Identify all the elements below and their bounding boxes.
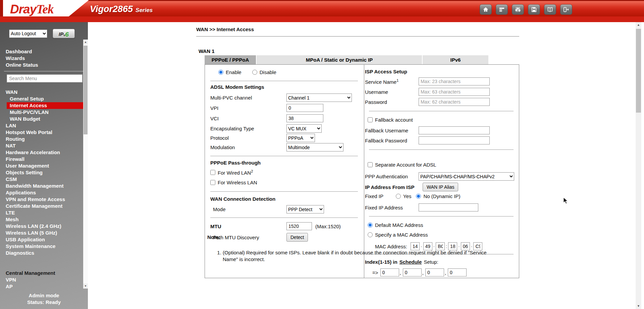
protocol-select[interactable]: PPPoA: [286, 134, 315, 142]
sidebar-menu-item[interactable]: AP: [0, 283, 88, 290]
ipv6-button[interactable]: IPv6: [53, 29, 75, 38]
sidebar-menu-item[interactable]: Firewall: [0, 156, 88, 163]
sidebar-menu-item[interactable]: Internet Access: [7, 102, 83, 109]
sidebar-menu-item[interactable]: Hardware Acceleration: [0, 149, 88, 156]
multi-pvc-select[interactable]: Channel 1: [286, 94, 352, 102]
schedule-index-2-input[interactable]: [403, 268, 422, 276]
sidebar-menu-item[interactable]: Central Management: [0, 270, 88, 276]
disable-radio-option[interactable]: Disable: [252, 69, 276, 75]
fallback-account-checkbox[interactable]: [368, 117, 373, 122]
sidebar-menu-item[interactable]: [0, 256, 88, 270]
fallback-account-option[interactable]: Fallback account: [368, 117, 413, 123]
manual-icon[interactable]: [544, 4, 556, 15]
sidebar-scroll-up-icon[interactable]: ▲: [83, 40, 88, 45]
sidebar-top-item[interactable]: Online Status: [6, 62, 38, 68]
sidebar-menu-item[interactable]: Multi-PVC/VLAN: [0, 109, 88, 116]
wired-lan-option[interactable]: For Wired LAN2: [210, 169, 253, 176]
sidebar-menu-item[interactable]: Hotspot Web Portal: [0, 129, 88, 136]
sidebar-menu-item[interactable]: LTE: [0, 209, 88, 216]
vpi-input[interactable]: [286, 104, 323, 112]
wired-lan-checkbox[interactable]: [210, 170, 215, 175]
username-label: Username: [365, 89, 419, 95]
separate-account-option[interactable]: Separate Account for ADSL: [368, 162, 436, 168]
sidebar-top-item[interactable]: Wizards: [6, 55, 38, 62]
home-icon[interactable]: [480, 4, 492, 15]
wireless-lan-option[interactable]: For Wireless LAN: [210, 180, 257, 185]
search-menu-input[interactable]: [7, 74, 83, 82]
sidebar-menu-item[interactable]: CSM: [0, 176, 88, 183]
sidebar-menu-item[interactable]: USB Application: [0, 236, 88, 243]
sidebar-menu-item[interactable]: Routing: [0, 136, 88, 142]
fixed-ip-no-option[interactable]: No (Dynamic IP): [416, 193, 460, 199]
sidebar-menu-item[interactable]: Wireless LAN (5 GHz): [0, 230, 88, 236]
sidebar-menu-item[interactable]: General Setup: [0, 96, 88, 102]
dashboard-icon[interactable]: [496, 4, 508, 15]
service-name-input[interactable]: [419, 77, 490, 85]
sidebar-menu-item[interactable]: Wireless LAN (2.4 GHz): [0, 223, 88, 230]
page-scroll-down-icon[interactable]: ▼: [636, 303, 641, 309]
wan-tabs: PPPoE / PPPoAMPoA / Static or Dynamic IP…: [205, 55, 488, 64]
sidebar-menu-item[interactable]: VPN: [0, 276, 88, 283]
sidebar-menu-item[interactable]: LAN: [0, 122, 88, 129]
sidebar-menu-item[interactable]: Objects Setting: [0, 169, 88, 176]
mtu-input[interactable]: [286, 222, 312, 230]
fixed-ip-address-input[interactable]: [419, 203, 478, 211]
fixed-ip-yes-option[interactable]: Yes: [396, 193, 411, 199]
sidebar-menu-item[interactable]: VPN and Remote Access: [0, 196, 88, 203]
fixed-ip-address-row: Fixed IP Address: [365, 203, 514, 211]
sidebar-scrollbar[interactable]: ▲ ▼: [83, 40, 88, 289]
wan-tab[interactable]: PPPoE / PPPoA: [205, 55, 256, 64]
sidebar-menu-item[interactable]: Bandwidth Management: [0, 183, 88, 189]
page-scrollbar[interactable]: ▲ ▼: [636, 22, 641, 309]
default-mac-option[interactable]: Default MAC Address: [368, 222, 423, 228]
sidebar-menu-item[interactable]: WAN: [0, 89, 88, 96]
sidebar-menu-item[interactable]: Mesh: [0, 216, 88, 223]
save-icon[interactable]: [528, 4, 540, 15]
sidebar-menu-item[interactable]: Applications: [0, 189, 88, 196]
schedule-index-1-input[interactable]: [380, 268, 399, 276]
username-input[interactable]: [419, 88, 490, 96]
sidebar-menu-item[interactable]: Certificate Management: [0, 203, 88, 209]
enable-radio[interactable]: [218, 70, 223, 75]
enable-radio-option[interactable]: Enable: [218, 69, 241, 75]
sidebar-menu-item[interactable]: System Maintenance: [0, 243, 88, 250]
wcd-mode-select[interactable]: PPP Detect: [286, 205, 324, 213]
schedule-index-3-input[interactable]: [425, 268, 444, 276]
page-scroll-thumb[interactable]: [636, 29, 641, 113]
sidebar-menu-item[interactable]: Diagnostics: [0, 250, 88, 256]
ppp-auth-select[interactable]: PAP/CHAP/MS-CHAP/MS-CHAPv2: [419, 172, 514, 181]
wireless-lan-checkbox[interactable]: [210, 180, 215, 185]
sidebar-menu-item[interactable]: User Management: [0, 163, 88, 169]
sidebar-toolbar: Auto Logout IPv6: [9, 29, 75, 38]
vci-input[interactable]: [286, 114, 323, 122]
divider: [369, 216, 514, 217]
auto-logout-select[interactable]: Auto Logout: [9, 29, 47, 38]
disable-radio[interactable]: [252, 70, 257, 75]
separate-account-checkbox[interactable]: [368, 162, 373, 167]
default-mac-radio[interactable]: [368, 223, 373, 228]
sidebar-top-item[interactable]: Dashboard: [6, 48, 38, 55]
logout-icon[interactable]: [560, 4, 572, 15]
sidebar-menu-item[interactable]: WAN Budget: [0, 116, 88, 122]
encapsulating-select[interactable]: VC MUX: [286, 124, 322, 133]
wan-ip-alias-button[interactable]: WAN IP Alias: [423, 183, 458, 191]
sidebar-menu-item[interactable]: NAT: [0, 142, 88, 149]
sidebar-scroll-thumb[interactable]: [84, 46, 88, 134]
fixed-ip-yes-radio[interactable]: [396, 194, 401, 199]
fallback-username-input[interactable]: [419, 126, 490, 134]
wan-tab[interactable]: IPv6: [423, 55, 488, 64]
modulation-select[interactable]: Multimode: [286, 143, 343, 151]
sidebar-menu: WANGeneral SetupInternet AccessMulti-PVC…: [0, 89, 88, 290]
fixed-ip-address-label: Fixed IP Address: [365, 205, 419, 210]
fallback-account-label: Fallback account: [375, 117, 413, 123]
fixed-ip-no-radio[interactable]: [416, 194, 421, 199]
sidebar-scroll-down-icon[interactable]: ▼: [83, 284, 88, 289]
wan-tab[interactable]: MPoA / Static or Dynamic IP: [257, 55, 422, 64]
password-input[interactable]: [419, 98, 490, 106]
tuning-icon[interactable]: [512, 4, 524, 15]
enable-label: Enable: [226, 69, 241, 75]
note-list: (Optional) Required for some ISPs. Leave…: [223, 249, 491, 263]
page-scroll-up-icon[interactable]: ▲: [636, 22, 641, 28]
fallback-password-input[interactable]: [419, 136, 490, 144]
schedule-index-4-input[interactable]: [448, 268, 467, 276]
